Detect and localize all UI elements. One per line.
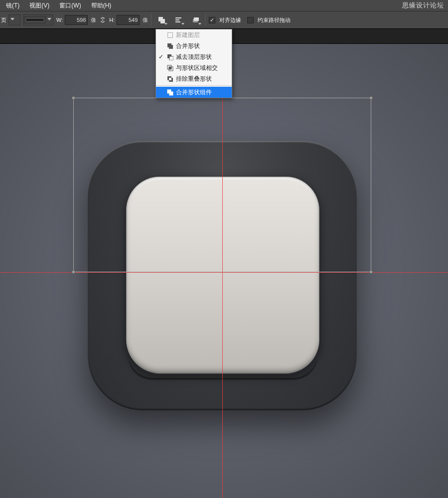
watermark-title: 思缘设计论坛 xyxy=(387,1,444,10)
check-icon: ✓ xyxy=(158,53,164,60)
divider xyxy=(151,13,151,26)
combine-icon xyxy=(166,43,174,49)
menu-filter[interactable]: 镜(T) xyxy=(2,0,23,11)
svg-rect-19 xyxy=(169,92,173,95)
menu-item-label: 与形状区域相交 xyxy=(176,64,218,72)
options-bar: 页 W: 598 像 H: 549 像 对齐边缘 约束路径拖动 xyxy=(0,11,448,29)
svg-rect-1 xyxy=(160,19,165,23)
menu-item-label: 合并形状组件 xyxy=(176,88,212,97)
menu-merge-components[interactable]: 合并形状组件 xyxy=(156,87,232,98)
align-edges-label: 对齐边缘 xyxy=(219,16,241,24)
height-label: H: xyxy=(109,17,115,23)
checkbox-icon xyxy=(209,17,215,23)
link-wh-icon[interactable] xyxy=(99,16,106,23)
transform-handle-br[interactable] xyxy=(369,270,373,274)
exclude-icon xyxy=(166,76,174,82)
transform-bounds[interactable] xyxy=(73,98,371,272)
preset-dropdown[interactable] xyxy=(8,14,20,25)
menu-combine[interactable]: 合并形状 xyxy=(156,40,232,51)
path-alignment-button[interactable] xyxy=(171,13,185,26)
new-layer-icon xyxy=(166,32,174,38)
menu-window[interactable]: 窗口(W) xyxy=(55,0,85,11)
preset-label: 页 xyxy=(1,16,6,24)
height-unit: 像 xyxy=(143,16,148,24)
svg-rect-11 xyxy=(169,56,173,60)
menu-intersect[interactable]: 与形状区域相交 xyxy=(156,62,232,73)
divider xyxy=(205,13,206,26)
menu-item-label: 合并形状 xyxy=(176,42,200,50)
menu-help[interactable]: 帮助(H) xyxy=(87,0,116,11)
menu-item-label: 排除重叠形状 xyxy=(176,75,212,83)
svg-rect-2 xyxy=(175,17,181,18)
svg-rect-7 xyxy=(167,32,172,37)
path-operations-menu: 新建图层 合并形状 ✓ 减去顶层形状 与形状区域相交 排除重叠形状 合并形状 xyxy=(155,29,232,98)
canvas[interactable] xyxy=(0,44,448,498)
path-operations-button[interactable] xyxy=(154,13,168,26)
guide-horizontal[interactable] xyxy=(0,272,448,273)
intersect-icon xyxy=(166,65,174,71)
svg-rect-3 xyxy=(175,19,179,20)
width-label: W: xyxy=(56,17,63,23)
align-edges-option[interactable]: 对齐边缘 xyxy=(209,16,241,24)
height-field[interactable]: 549 xyxy=(117,15,140,25)
path-arrangement-button[interactable] xyxy=(188,13,202,26)
svg-rect-17 xyxy=(169,78,171,80)
subtract-icon xyxy=(166,54,174,60)
width-unit: 像 xyxy=(91,16,96,24)
menu-exclude[interactable]: 排除重叠形状 xyxy=(156,73,232,84)
menu-subtract[interactable]: ✓ 减去顶层形状 xyxy=(156,51,232,62)
checkbox-icon xyxy=(247,17,254,23)
transform-handle-tl[interactable] xyxy=(72,96,75,100)
width-field[interactable]: 598 xyxy=(65,15,88,25)
menu-item-label: 减去顶层形状 xyxy=(176,53,212,61)
menu-separator xyxy=(156,85,232,86)
transform-handle-tr[interactable] xyxy=(369,96,373,100)
constrain-path-label: 约束路径拖动 xyxy=(258,16,291,24)
svg-rect-9 xyxy=(169,45,173,49)
menubar: 镜(T) 视图(V) 窗口(W) 帮助(H) 思缘设计论坛 WWW.MISSYU… xyxy=(0,0,448,11)
stroke-preview-dropdown[interactable] xyxy=(23,14,53,25)
merge-components-icon xyxy=(166,89,174,96)
svg-rect-6 xyxy=(194,17,199,21)
constrain-path-option[interactable]: 约束路径拖动 xyxy=(247,16,291,24)
svg-rect-14 xyxy=(169,67,171,69)
menu-item-label: 新建图层 xyxy=(176,31,200,39)
svg-rect-4 xyxy=(175,21,180,22)
stroke-preview xyxy=(24,16,46,23)
transform-handle-bl[interactable] xyxy=(72,270,75,274)
menu-view[interactable]: 视图(V) xyxy=(25,0,53,11)
menu-new-layer[interactable]: 新建图层 xyxy=(156,29,232,40)
